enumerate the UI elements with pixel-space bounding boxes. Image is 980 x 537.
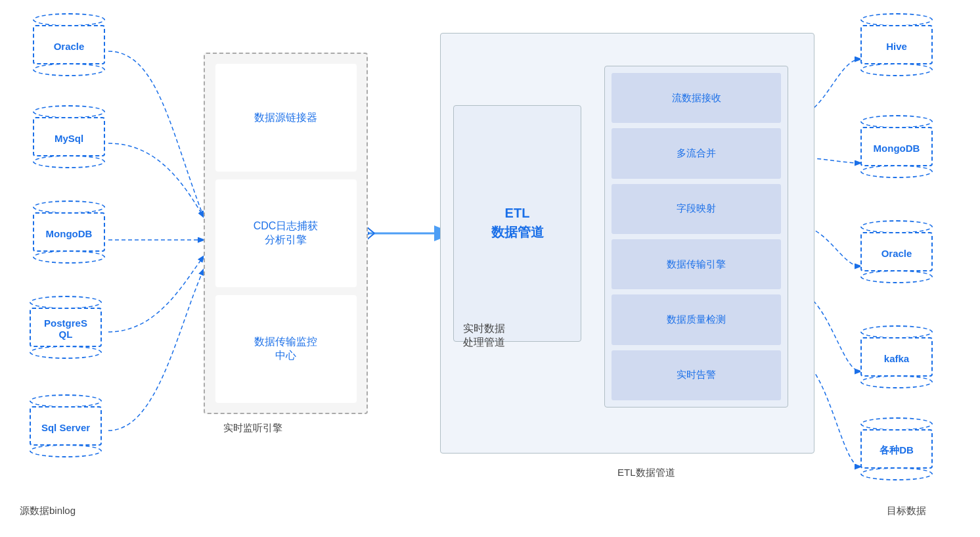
target-hive-label: Hive [886,41,907,52]
source-sqlserver-db: Sql Server [30,394,102,457]
target-variousdb-db: 各种DB [860,417,933,480]
etl-item-realtime-alert: 实时告警 [612,350,781,400]
cyl-bottom [33,155,105,168]
target-label: 目标数据 [887,505,926,517]
cyl-top [30,394,102,408]
source-mongodb-db: MongoDB [33,200,105,264]
cyl-bottom [33,250,105,264]
source-mongodb-label: MongoDB [46,228,93,239]
target-kafka-label: kafka [884,353,909,364]
monitor-label: 实时监听引擎 [223,422,282,434]
target-mongodb-db: MongoDB [860,115,933,178]
cyl-body: Sql Server [30,406,102,446]
source-label: 源数据binlog [20,505,76,517]
etl-bottom-label: ETL数据管道 [617,467,675,479]
cyl-body: Oracle [860,232,933,271]
target-hive-db: Hive [860,13,933,76]
cyl-body: Hive [860,25,933,64]
cyl-body: PostgreSQL [30,308,102,347]
cyl-top [30,296,102,309]
cyl-top [860,220,933,233]
cyl-top [33,200,105,214]
cyl-bottom [860,63,933,76]
etl-item-data-transfer-engine: 数据传输引擎 [612,239,781,289]
cyl-body: Oracle [33,25,105,64]
etl-item-multi-merge: 多流合并 [612,128,781,178]
cyl-top [860,13,933,26]
etl-right-panel: 流数据接收 多流合并 字段映射 数据传输引擎 数据质量检测 实时告警 [604,66,788,408]
cyl-top [33,105,105,118]
etl-center-title-line1: ETL [505,206,530,221]
cyl-bottom [860,165,933,178]
source-postgresql-label: PostgreSQL [44,317,87,340]
cyl-body: MongoDB [33,212,105,252]
cyl-bottom [30,346,102,359]
target-mongodb-label: MongoDB [874,143,920,154]
target-oracle-label: Oracle [881,248,912,259]
etl-item-data-quality: 数据质量检测 [612,294,781,344]
etl-item-stream-receive: 流数据接收 [612,73,781,123]
target-oracle-db: Oracle [860,220,933,283]
monitor-card-connector: 数据源链接器 [215,64,357,172]
cyl-top [860,417,933,431]
source-oracle-label: Oracle [54,41,85,52]
cyl-body: kafka [860,337,933,377]
cyl-top [860,115,933,128]
etl-pipeline-sublabel: 实时数据处理管道 [463,322,505,350]
cyl-body: MongoDB [860,127,933,166]
target-kafka-db: kafka [860,325,933,388]
target-variousdb-label: 各种DB [880,444,914,457]
realtime-monitor-box: 数据源链接器 CDC日志捕获分析引擎 数据传输监控中心 [204,53,368,414]
monitor-card-transfer: 数据传输监控中心 [215,295,357,403]
source-oracle-db: Oracle [33,13,105,76]
cyl-bottom [30,444,102,457]
etl-center-box: ETL 数据管道 [453,105,581,342]
cyl-bottom [860,375,933,388]
cyl-bottom [860,467,933,480]
etl-center-title-line2: 数据管道 [491,223,544,241]
source-mysql-label: MySql [55,133,83,144]
monitor-card-cdc: CDC日志捕获分析引擎 [215,179,357,287]
cyl-body: 各种DB [860,429,933,469]
diagram-container: Oracle MySql MongoDB PostgreSQL Sql Serv… [0,0,980,537]
cyl-body: MySql [33,117,105,156]
cyl-bottom [860,270,933,283]
cyl-top [860,325,933,339]
etl-item-field-mapping: 字段映射 [612,184,781,234]
source-postgresql-db: PostgreSQL [30,296,102,359]
cyl-bottom [33,63,105,76]
source-sqlserver-label: Sql Server [41,422,90,433]
source-mysql-db: MySql [33,105,105,168]
cyl-top [33,13,105,26]
